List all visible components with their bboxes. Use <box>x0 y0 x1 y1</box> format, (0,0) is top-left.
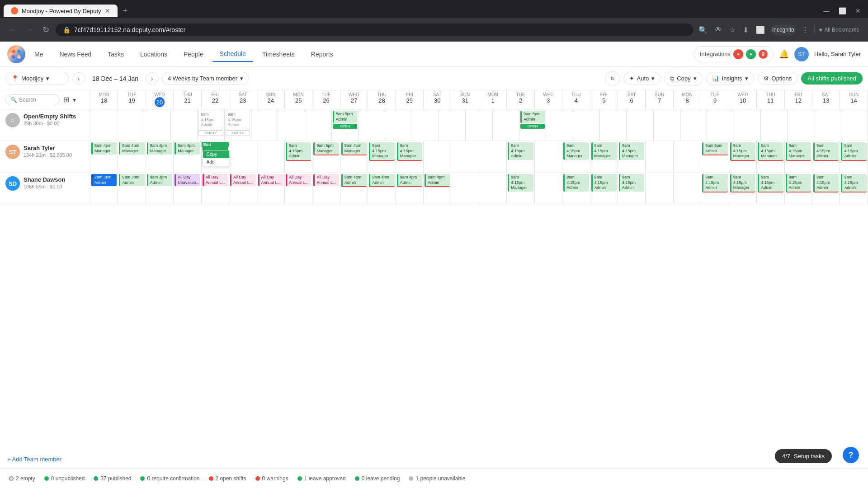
day-cell-2-15[interactable]: 9am 4:15pm Manager <box>507 173 534 204</box>
day-cell-2-3[interactable]: All Day Unavailab... <box>174 173 201 204</box>
day-cell-2-2[interactable]: 9am 3pm Admin <box>146 173 174 204</box>
day-cell-0-3[interactable] <box>171 109 198 141</box>
window-maximize[interactable]: ⬜ <box>835 5 850 16</box>
day-cell-1-27[interactable]: 9am 4:15pm Admin <box>840 141 868 172</box>
day-cell-0-27[interactable] <box>814 109 841 141</box>
nav-me[interactable]: Me <box>27 47 50 61</box>
extension-icon[interactable]: ⬜ <box>754 24 767 36</box>
day-cell-0-20[interactable] <box>627 109 653 141</box>
day-cell-2-13[interactable] <box>451 173 479 204</box>
shift-chip[interactable]: All Day Annual L... <box>313 174 339 186</box>
day-cell-0-8[interactable] <box>305 109 332 141</box>
shift-chip[interactable]: 9am 4:15pm Manager <box>619 142 644 160</box>
menu-icon[interactable]: ⋮ <box>800 24 811 36</box>
shift-chip[interactable]: 9am 4:15pm Admin <box>286 142 311 161</box>
shift-chip[interactable]: 9am 3pm Admin <box>147 174 172 186</box>
shift-chip[interactable]: 9am 4:15pm Admin <box>563 174 589 192</box>
nav-tasks[interactable]: Tasks <box>100 47 131 61</box>
day-cell-1-7[interactable]: 9am 4:15pm Admin <box>285 141 312 172</box>
day-cell-0-9[interactable]: 8am 5pm Admin OPEN <box>332 109 359 141</box>
refresh-button[interactable]: ↻ <box>40 23 52 37</box>
shift-chip[interactable]: 8am 5pm Manager <box>313 142 339 155</box>
day-cell-2-21[interactable] <box>674 173 701 204</box>
day-cell-1-4[interactable]: 8am 4pm Manager Edit Copy Add <box>202 141 229 172</box>
shift-chip[interactable]: 9am 4:15pm Admin <box>198 111 223 129</box>
shift-chip[interactable]: 9am 4:15pm Admin <box>841 174 866 192</box>
location-selector[interactable]: 📍 Moodjoy ▾ <box>5 72 69 85</box>
day-cell-1-25[interactable]: 9am 4:15pm Manager <box>785 141 812 172</box>
day-cell-0-11[interactable] <box>385 109 412 141</box>
day-cell-2-27[interactable]: 9am 4:15pm Admin <box>840 173 868 204</box>
shift-chip[interactable]: 9am 4:15pm Admin <box>813 142 839 161</box>
help-button[interactable]: ? <box>843 447 859 463</box>
day-cell-0-15[interactable] <box>493 109 519 141</box>
day-cell-1-2[interactable]: 8am 4pm Manager <box>146 141 174 172</box>
day-cell-0-16[interactable]: 9am 5pm Admin OPEN <box>519 109 546 141</box>
shift-chip[interactable]: All Day Annual L... <box>258 174 283 186</box>
day-cell-1-10[interactable]: 9am 4:15pm Manager <box>368 141 396 172</box>
day-cell-1-22[interactable]: 9am 5pm Admin <box>701 141 729 172</box>
all-shifts-published-badge[interactable]: All shifts published <box>801 72 863 84</box>
back-button[interactable]: ← <box>5 23 19 37</box>
day-cell-0-1[interactable] <box>117 109 144 141</box>
day-cell-2-9[interactable]: 9am 4pm Admin <box>340 173 368 204</box>
day-cell-0-23[interactable] <box>707 109 734 141</box>
sort-icon[interactable]: ⊞ <box>63 95 69 104</box>
day-cell-1-13[interactable] <box>451 141 479 172</box>
next-week-button[interactable]: › <box>146 72 158 85</box>
day-cell-1-16[interactable] <box>535 141 562 172</box>
shift-chip[interactable]: 9am 4:15pm Admin <box>841 142 866 161</box>
prev-week-button[interactable]: ‹ <box>72 72 85 85</box>
day-cell-2-16[interactable] <box>535 173 562 204</box>
shift-chip[interactable]: All Day Annual L... <box>203 174 228 186</box>
day-cell-2-18[interactable]: 9am 4:15pm Admin <box>590 173 618 204</box>
day-cell-1-17[interactable]: 9am 4:15pm Manager <box>562 141 590 172</box>
nav-reports[interactable]: Reports <box>304 47 340 61</box>
day-cell-0-6[interactable] <box>251 109 278 141</box>
day-cell-0-17[interactable] <box>546 109 573 141</box>
nav-news-feed[interactable]: News Feed <box>52 47 99 61</box>
day-cell-1-18[interactable]: 9am 4:15pm Manager <box>590 141 618 172</box>
reader-icon[interactable]: 👁 <box>713 24 724 36</box>
new-tab-button[interactable]: + <box>119 5 132 18</box>
day-cell-2-0[interactable]: 7am 3pm Admin <box>90 173 118 204</box>
day-cell-2-20[interactable] <box>646 173 673 204</box>
shift-chip[interactable]: 9am 4:15pm Manager <box>508 174 533 192</box>
refresh-schedule-button[interactable]: ↻ <box>605 71 620 86</box>
day-cell-1-0[interactable]: 8am 4pm Manager <box>90 141 118 172</box>
shift-chip[interactable]: 9am 4pm Admin <box>397 174 422 187</box>
shift-chip[interactable]: 9am 5pm Admin <box>702 142 727 155</box>
shift-chip[interactable]: 8am 4pm Manager <box>341 142 367 155</box>
day-cell-0-13[interactable] <box>439 109 466 141</box>
day-cell-0-28[interactable] <box>841 109 868 141</box>
shift-chip[interactable]: 9am 4:15pm Admin <box>508 142 533 160</box>
day-cell-1-14[interactable] <box>479 141 507 172</box>
day-cell-0-26[interactable] <box>788 109 814 141</box>
day-cell-1-23[interactable]: 9am 4:15pm Manager <box>729 141 757 172</box>
day-cell-0-24[interactable] <box>734 109 761 141</box>
day-cell-2-19[interactable]: 9am 4:15pm Admin <box>618 173 646 204</box>
copy-button[interactable]: ⧉ Copy ▾ <box>664 72 702 85</box>
day-cell-0-25[interactable] <box>761 109 788 141</box>
insights-button[interactable]: 📊 Insights ▾ <box>706 72 754 85</box>
shift-chip[interactable]: 9am 4:15pm Admin <box>702 174 727 192</box>
bookmark-icon[interactable]: ☆ <box>727 24 737 36</box>
day-cell-0-4[interactable]: 9am 4:15pm Admin EMPTY <box>198 109 224 141</box>
shift-chip[interactable]: 9am 4:15pm Manager <box>369 142 394 161</box>
nav-schedule[interactable]: Schedule <box>212 47 253 62</box>
day-cell-0-12[interactable] <box>412 109 439 141</box>
sort-chevron-icon[interactable]: ▾ <box>73 96 76 103</box>
day-cell-2-11[interactable]: 9am 4pm Admin <box>396 173 424 204</box>
day-cell-1-9[interactable]: 8am 4pm Manager <box>340 141 368 172</box>
shift-chip[interactable]: 9am 4pm Admin <box>369 174 394 187</box>
shift-chip[interactable]: 9am 4:15pm Manager <box>758 142 783 161</box>
window-close[interactable]: ✕ <box>852 5 864 16</box>
day-cell-2-7[interactable]: All Day Annual L... <box>285 173 312 204</box>
day-cell-0-10[interactable] <box>359 109 385 141</box>
day-cell-2-24[interactable]: 9am 4:15pm Admin <box>757 173 784 204</box>
day-cell-0-22[interactable] <box>680 109 707 141</box>
day-cell-1-21[interactable] <box>674 141 701 172</box>
shift-chip[interactable]: 9am 4:15pm Manager <box>563 142 589 160</box>
day-cell-1-11[interactable]: 9am 4:15pm Manager <box>396 141 424 172</box>
window-minimize[interactable]: — <box>820 5 833 16</box>
